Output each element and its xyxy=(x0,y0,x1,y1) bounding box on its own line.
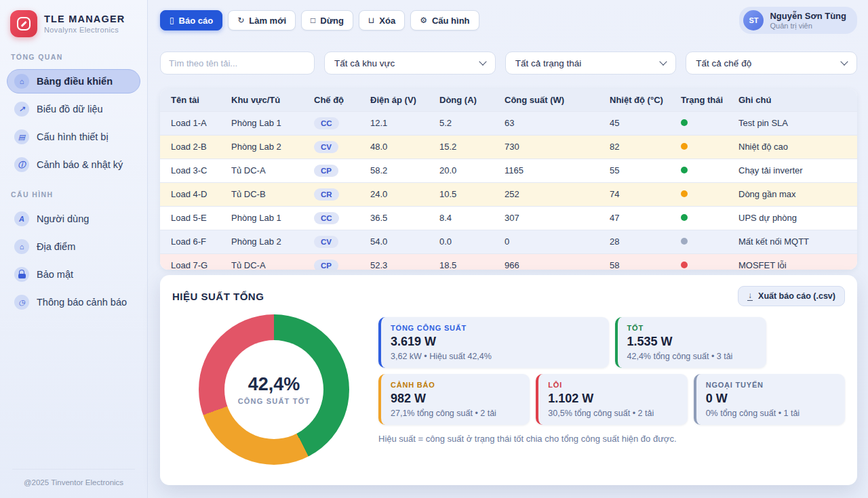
table-row[interactable]: Load 6-F Phòng Lab 2 CV 54.0 0.0 0 28 Mấ… xyxy=(160,230,857,253)
efficiency-note: Hiệu suất = công suất ở trạng thái tốt c… xyxy=(378,434,845,444)
cell-temperature: 74 xyxy=(599,182,670,206)
cell-mode: CV xyxy=(303,135,359,159)
search-input[interactable] xyxy=(160,51,315,75)
cell-zone: Phòng Lab 2 xyxy=(220,135,303,159)
zone-select[interactable]: Tất cả khu vực xyxy=(324,51,496,75)
cell-load-name: Load 1-A xyxy=(160,111,220,135)
main-content: ▯ Báo cáo ↻ Làm mới □ Dừng ⊔ Xóa ⚙ Cấu h… xyxy=(148,0,868,498)
card-value: 982 W xyxy=(391,392,520,406)
refresh-button[interactable]: ↻ Làm mới xyxy=(228,10,296,30)
user-menu[interactable]: ST Nguyễn Sơn Tùng Quản trị viên xyxy=(739,7,857,34)
table-row[interactable]: Load 3-C Tủ DC-A CP 58.2 20.0 1165 55 Ch… xyxy=(160,159,857,182)
column-header: Dòng (A) xyxy=(429,89,494,111)
sidebar: TLE MANAGER Novalynx Electronics TỔNG QU… xyxy=(0,0,148,498)
efficiency-donut-chart: 42,4% CÔNG SUẤT TỐT xyxy=(199,314,349,465)
cell-temperature: 47 xyxy=(599,206,670,230)
mode-select[interactable]: Tất cả chế độ xyxy=(686,51,857,75)
status-select[interactable]: Tất cả trạng thái xyxy=(505,51,677,75)
status-select-value: Tất cả trạng thái xyxy=(515,58,582,68)
card-label: TỔNG CÔNG SUẤT xyxy=(391,324,599,332)
donut-center-label: CÔNG SUẤT TỐT xyxy=(238,397,311,405)
cell-load-name: Load 4-D xyxy=(160,182,220,206)
user-icon: A xyxy=(14,211,29,226)
delete-button[interactable]: ⊔ Xóa xyxy=(359,10,405,30)
card-value: 1.102 W xyxy=(548,392,677,406)
sidebar-item-label: Biểu đồ dữ liệu xyxy=(37,104,103,115)
sidebar-item-alerts-log[interactable]: ⓘ Cảnh báo & nhật ký xyxy=(7,152,140,177)
table-row[interactable]: Load 7-G Tủ DC-A CP 52.3 18.5 966 58 MOS… xyxy=(160,253,857,270)
summary-card: TỔNG CÔNG SUẤT 3.619 W 3,62 kW • Hiệu su… xyxy=(378,317,609,368)
button-label: Dừng xyxy=(320,16,344,26)
sidebar-item-label: Bảng điều khiển xyxy=(37,76,113,87)
cell-power: 730 xyxy=(494,135,599,159)
cell-zone: Phòng Lab 1 xyxy=(220,111,303,135)
cell-status xyxy=(670,135,728,159)
sidebar-item-security[interactable]: Bảo mật xyxy=(7,262,140,287)
cell-current: 0.0 xyxy=(429,230,494,253)
cell-voltage: 12.1 xyxy=(359,111,429,135)
chevron-down-icon xyxy=(479,58,486,65)
cell-temperature: 55 xyxy=(599,159,670,182)
stop-button[interactable]: □ Dừng xyxy=(301,10,353,30)
sidebar-item-charts[interactable]: ↗ Biểu đồ dữ liệu xyxy=(7,97,140,121)
cell-voltage: 52.3 xyxy=(359,253,429,270)
sidebar-item-devices[interactable]: ▤ Cấu hình thiết bị xyxy=(7,125,140,149)
gear-icon: ⚙ xyxy=(420,16,427,24)
cell-note: MOSFET lỗi xyxy=(728,253,857,270)
mode-badge: CV xyxy=(314,141,338,153)
cell-current: 18.5 xyxy=(429,253,494,270)
app-logo-icon xyxy=(10,10,37,37)
loads-table: Tên tảiKhu vực/TủChế độĐiện áp (V)Dòng (… xyxy=(160,89,857,270)
user-name: Nguyễn Sơn Tùng xyxy=(770,11,846,21)
cell-voltage: 58.2 xyxy=(359,159,429,182)
cell-load-name: Load 3-C xyxy=(160,159,220,182)
panel-title: HIỆU SUẤT TỔNG xyxy=(172,291,264,302)
column-header: Tên tải xyxy=(160,89,220,111)
sidebar-section-overview: TỔNG QUAN xyxy=(0,43,147,66)
copyright: @2025 Tinventor Electronics xyxy=(12,469,135,498)
sidebar-item-label: Cấu hình thiết bị xyxy=(37,131,108,142)
table-row[interactable]: Load 2-B Phòng Lab 2 CV 48.0 15.2 730 82… xyxy=(160,135,857,159)
table-row[interactable]: Load 5-E Phòng Lab 1 CC 36.5 8.4 307 47 … xyxy=(160,206,857,230)
donut-center-value: 42,4% xyxy=(248,374,300,395)
sidebar-item-label: Người dùng xyxy=(37,213,89,224)
app-root: TLE MANAGER Novalynx Electronics TỔNG QU… xyxy=(0,0,868,498)
app-subtitle: Novalynx Electronics xyxy=(44,26,125,34)
cell-zone: Tủ DC-A xyxy=(220,253,303,270)
sidebar-item-dashboard[interactable]: ⌂ Bảng điều khiển xyxy=(7,69,140,94)
sidebar-item-users[interactable]: A Người dùng xyxy=(7,207,140,231)
cell-zone: Phòng Lab 1 xyxy=(220,206,303,230)
cell-voltage: 54.0 xyxy=(359,230,429,253)
column-header: Chế độ xyxy=(303,89,359,111)
cell-voltage: 48.0 xyxy=(359,135,429,159)
cell-note: Mất kết nối MQTT xyxy=(728,230,857,253)
cell-power: 307 xyxy=(494,206,599,230)
column-header: Công suất (W) xyxy=(494,89,599,111)
table-row[interactable]: Load 1-A Phòng Lab 1 CC 12.1 5.2 63 45 T… xyxy=(160,111,857,135)
sidebar-item-label: Thông báo cảnh báo xyxy=(37,297,127,308)
sidebar-item-notifications[interactable]: ◷ Thông báo cảnh báo xyxy=(7,290,140,314)
cell-note: UPS dự phòng xyxy=(728,206,857,230)
summary-stats: TỔNG CÔNG SUẤT 3.619 W 3,62 kW • Hiệu su… xyxy=(376,314,845,465)
cell-status xyxy=(670,230,728,253)
sidebar-item-locations[interactable]: ⌂ Địa điểm xyxy=(7,234,140,259)
table-row[interactable]: Load 4-D Tủ DC-B CR 24.0 10.5 252 74 Dòn… xyxy=(160,182,857,206)
card-label: LỖI xyxy=(548,381,677,389)
config-button[interactable]: ⚙ Cấu hình xyxy=(410,10,479,30)
mode-badge: CP xyxy=(314,260,338,270)
stop-icon: □ xyxy=(311,16,315,24)
report-button[interactable]: ▯ Báo cáo xyxy=(160,10,222,30)
sidebar-item-label: Cảnh báo & nhật ký xyxy=(37,159,123,170)
filter-bar: Tất cả khu vực Tất cả trạng thái Tất cả … xyxy=(160,51,857,75)
cell-mode: CV xyxy=(303,230,359,253)
summary-card: LỖI 1.102 W 30,5% tổng công suất • 2 tải xyxy=(536,374,687,425)
mode-badge: CC xyxy=(314,212,339,224)
chart-icon: ↗ xyxy=(14,102,29,117)
cell-load-name: Load 5-E xyxy=(160,206,220,230)
export-csv-button[interactable]: ↓ Xuất báo cáo (.csv) xyxy=(738,286,845,306)
cell-temperature: 58 xyxy=(599,253,670,270)
status-dot xyxy=(681,214,688,221)
cell-current: 15.2 xyxy=(429,135,494,159)
cell-mode: CC xyxy=(303,111,359,135)
zone-select-value: Tất cả khu vực xyxy=(334,58,395,68)
